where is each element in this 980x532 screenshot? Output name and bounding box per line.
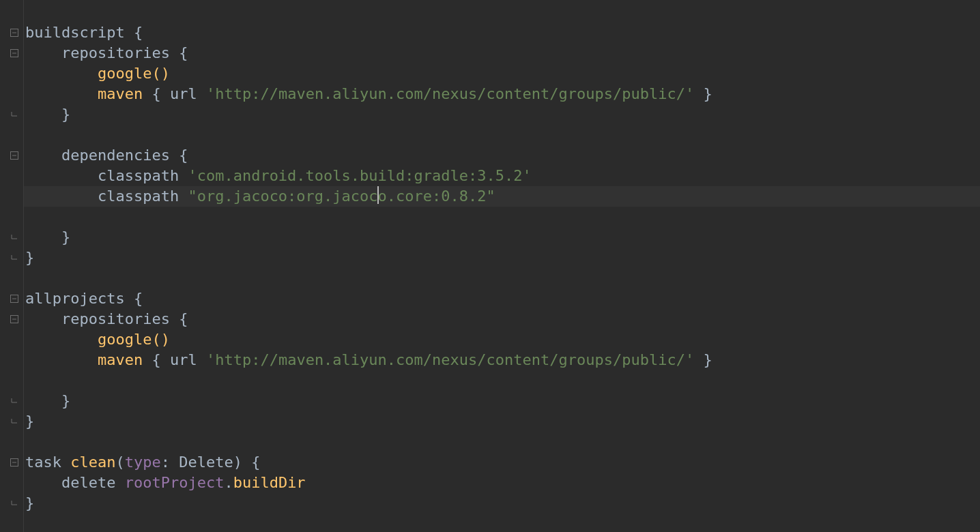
code-line[interactable]: } bbox=[24, 493, 980, 514]
code-line[interactable] bbox=[24, 207, 980, 227]
fold-end-icon bbox=[10, 253, 19, 263]
code-editor[interactable]: buildscript { repositories { google() ma… bbox=[0, 0, 980, 532]
editor-gutter bbox=[0, 0, 24, 532]
code-line[interactable] bbox=[24, 432, 980, 452]
code-line[interactable]: } bbox=[24, 227, 980, 248]
fold-minus-icon[interactable] bbox=[10, 294, 19, 304]
code-line[interactable] bbox=[24, 370, 980, 391]
fold-minus-icon[interactable] bbox=[10, 151, 19, 160]
code-area[interactable]: buildscript { repositories { google() ma… bbox=[24, 0, 980, 532]
code-line[interactable]: repositories { bbox=[24, 43, 980, 63]
fold-minus-icon[interactable] bbox=[10, 28, 19, 38]
code-line[interactable]: delete rootProject.buildDir bbox=[24, 473, 980, 493]
code-line[interactable]: } bbox=[24, 411, 980, 432]
code-line[interactable]: dependencies { bbox=[24, 145, 980, 166]
fold-minus-icon[interactable] bbox=[10, 458, 19, 467]
code-line[interactable]: allprojects { bbox=[24, 289, 980, 309]
code-line[interactable]: } bbox=[24, 248, 980, 268]
code-line[interactable] bbox=[24, 125, 980, 145]
fold-minus-icon[interactable] bbox=[10, 314, 19, 324]
code-line[interactable]: } bbox=[24, 104, 980, 125]
code-line[interactable]: google() bbox=[24, 63, 980, 84]
code-line[interactable]: classpath 'com.android.tools.build:gradl… bbox=[24, 166, 980, 186]
fold-minus-icon[interactable] bbox=[10, 48, 19, 58]
code-line[interactable] bbox=[24, 268, 980, 289]
fold-end-icon bbox=[10, 110, 19, 119]
code-line[interactable]: } bbox=[24, 391, 980, 411]
code-line-active[interactable]: classpath "org.jacoco:org.jacoco.core:0.… bbox=[24, 186, 980, 207]
code-line[interactable]: task clean(type: Delete) { bbox=[24, 452, 980, 473]
code-line[interactable]: maven { url 'http://maven.aliyun.com/nex… bbox=[24, 350, 980, 370]
code-line[interactable]: google() bbox=[24, 329, 980, 350]
code-line[interactable]: repositories { bbox=[24, 309, 980, 329]
code-line[interactable]: maven { url 'http://maven.aliyun.com/nex… bbox=[24, 84, 980, 104]
fold-end-icon bbox=[10, 499, 19, 508]
fold-end-icon bbox=[10, 233, 19, 242]
code-line[interactable]: buildscript { bbox=[24, 23, 980, 43]
fold-end-icon bbox=[10, 396, 19, 406]
fold-end-icon bbox=[10, 417, 19, 426]
